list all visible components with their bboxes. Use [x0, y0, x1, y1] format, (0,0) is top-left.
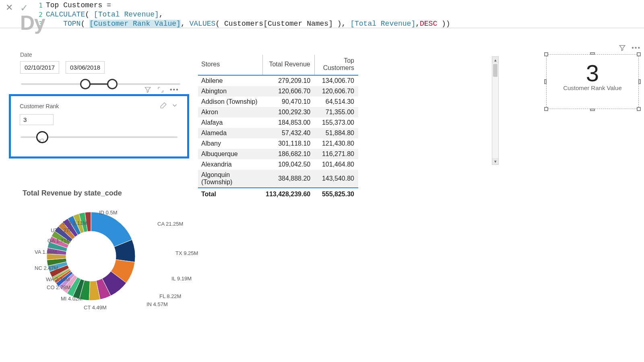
donut-label: VA 1.86M [35, 249, 57, 255]
rank-value-input[interactable]: 3 [20, 114, 54, 125]
stores-table: Stores Total Revenue Top Customers Abile… [198, 55, 496, 200]
revenue-by-state-donut: Total Revenue by state_code CA 21.25MTX … [23, 189, 192, 317]
date-to-input[interactable]: 03/06/2018 [66, 61, 105, 74]
focus-mode-icon[interactable] [157, 86, 164, 95]
cursor-icon: ☜ [36, 136, 44, 146]
donut-label: IL 9.19M [171, 276, 192, 282]
customer-rank-slicer: Customer Rank 3 ☜ [9, 94, 189, 158]
donut-label: CT 4.49M [84, 304, 107, 311]
selection-outline [546, 54, 639, 109]
donut-label: IN 4.57M [147, 301, 168, 307]
total-label: Total [198, 188, 262, 200]
table-row[interactable]: Addison (Township)90,470.1064,514.30 [198, 97, 358, 107]
date-slicer: Date 02/10/2017 03/06/2018 [20, 51, 181, 89]
formula-bar: ✕ ✓ 1 Top Customers = 2 CALCULATE( [Tota… [0, 0, 644, 28]
customer-rank-card[interactable]: 3 Customer Rank Value [548, 56, 637, 107]
table-row[interactable]: Albany301,118.10121,430.80 [198, 138, 358, 149]
col-header-topcust[interactable]: Top Customers [314, 55, 358, 75]
total-topcust: 555,825.30 [314, 188, 358, 200]
line-number: 1 [37, 1, 46, 10]
formula-editor[interactable]: 1 Top Customers = 2 CALCULATE( [Total Re… [37, 0, 644, 28]
table-row[interactable]: Alexandria109,042.50101,464.80 [198, 159, 358, 170]
table-row[interactable]: Abington120,606.70120,606.70 [198, 86, 358, 97]
rank-slicer-label: Customer Rank [20, 103, 59, 109]
table-scrollbar[interactable]: ▴ ▾ [492, 56, 499, 165]
formula-cancel-button[interactable]: ✕ [6, 2, 13, 13]
filter-icon[interactable] [619, 44, 626, 53]
date-slider-handle-start[interactable] [80, 79, 91, 89]
donut-label: ID 0.5M [99, 210, 118, 216]
more-options-icon[interactable]: ••• [170, 86, 179, 95]
date-slider-handle-end[interactable] [107, 79, 118, 89]
donut-title: Total Revenue by state_code [23, 189, 192, 197]
table-row[interactable]: Alafaya184,853.00155,373.00 [198, 117, 358, 128]
date-slider-track[interactable] [21, 83, 180, 85]
col-header-revenue[interactable]: Total Revenue [262, 55, 314, 75]
table-row[interactable]: Abilene279,209.10134,006.70 [198, 75, 358, 86]
donut-slice[interactable] [91, 212, 132, 247]
table-row[interactable]: Algonquin (Township)384,888.20143,540.80 [198, 170, 358, 188]
donut-label: TX 9.25M [175, 250, 198, 256]
donut-label: NC 2.47M [35, 265, 58, 271]
selected-token: [Customer Rank Value] [89, 20, 181, 28]
more-options-icon[interactable]: ••• [632, 44, 641, 53]
clear-selection-icon[interactable] [160, 102, 167, 110]
table-row[interactable]: Akron100,292.3071,355.00 [198, 107, 358, 117]
donut-label: MO 1.11M [63, 220, 87, 226]
donut-label: MI 4.02M [61, 296, 83, 302]
scroll-thumb[interactable] [493, 64, 497, 77]
donut-label: UT 1.27M [51, 227, 74, 233]
chevron-down-icon[interactable] [171, 102, 178, 110]
donut-label: WA 2.73M [46, 276, 70, 282]
date-slicer-label: Date [20, 51, 181, 58]
total-revenue: 113,428,239.60 [262, 188, 314, 200]
filter-icon[interactable] [144, 86, 151, 95]
donut-label: GA 1.71M [47, 238, 71, 244]
donut-label: CA 21.25M [157, 221, 183, 227]
donut-label: FL 8.22M [159, 293, 181, 299]
donut-label: CO 2.78M [47, 284, 70, 290]
col-header-stores[interactable]: Stores [198, 55, 262, 75]
scroll-down-icon[interactable]: ▾ [492, 158, 498, 165]
donut-chart[interactable] [39, 204, 143, 309]
scroll-up-icon[interactable]: ▴ [492, 57, 498, 63]
date-from-input[interactable]: 02/10/2017 [20, 61, 59, 74]
report-title-fragment: Dy [20, 11, 45, 35]
table-row[interactable]: Albuquerque186,682.10116,271.80 [198, 149, 358, 159]
table-row[interactable]: Alameda57,432.4051,884.80 [198, 128, 358, 138]
